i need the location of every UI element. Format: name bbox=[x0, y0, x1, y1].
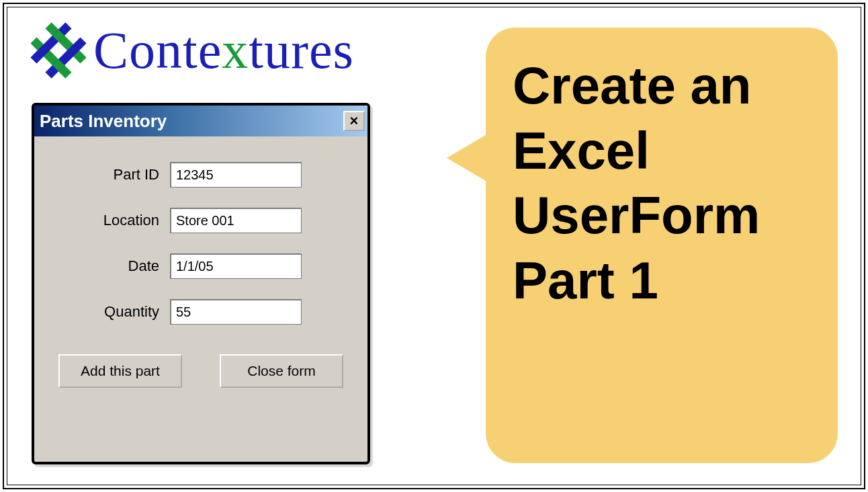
add-part-button[interactable]: Add this part bbox=[58, 354, 182, 388]
row-location: Location bbox=[52, 208, 350, 233]
outer-frame: Contextures Parts Inventory × Part ID Lo… bbox=[3, 3, 865, 489]
input-location[interactable] bbox=[170, 208, 302, 233]
titlebar: Parts Inventory × bbox=[34, 106, 367, 136]
label-date: Date bbox=[52, 257, 170, 275]
button-row: Add this part Close form bbox=[52, 354, 350, 388]
row-quantity: Quantity bbox=[52, 299, 350, 325]
input-date[interactable] bbox=[170, 253, 302, 279]
brand-name-x: x bbox=[222, 21, 249, 79]
input-quantity[interactable] bbox=[170, 299, 302, 325]
callout-body: Create an Excel UserForm Part 1 bbox=[486, 28, 838, 463]
label-part-id: Part ID bbox=[52, 166, 170, 183]
row-date: Date bbox=[52, 253, 350, 279]
form-body: Part ID Location Date Quantity Add this bbox=[34, 136, 367, 401]
close-button[interactable]: × bbox=[343, 111, 365, 131]
row-part-id: Part ID bbox=[52, 162, 350, 188]
close-icon: × bbox=[350, 112, 359, 130]
brand-name: Contextures bbox=[93, 20, 354, 81]
callout-text: Create an Excel UserForm Part 1 bbox=[513, 53, 818, 313]
label-quantity: Quantity bbox=[52, 303, 170, 321]
close-form-button[interactable]: Close form bbox=[220, 354, 343, 388]
inner-frame: Contextures Parts Inventory × Part ID Lo… bbox=[7, 7, 861, 485]
brand-name-part1: Conte bbox=[93, 21, 222, 79]
contextures-logo-icon bbox=[28, 19, 89, 81]
userform-window: Parts Inventory × Part ID Location Date bbox=[32, 103, 370, 464]
brand-name-part2: tures bbox=[249, 21, 354, 79]
window-title: Parts Inventory bbox=[40, 111, 167, 132]
input-part-id[interactable] bbox=[170, 162, 302, 188]
label-location: Location bbox=[52, 212, 170, 229]
callout: Create an Excel UserForm Part 1 bbox=[460, 28, 838, 463]
brand-logo: Contextures bbox=[28, 19, 354, 81]
